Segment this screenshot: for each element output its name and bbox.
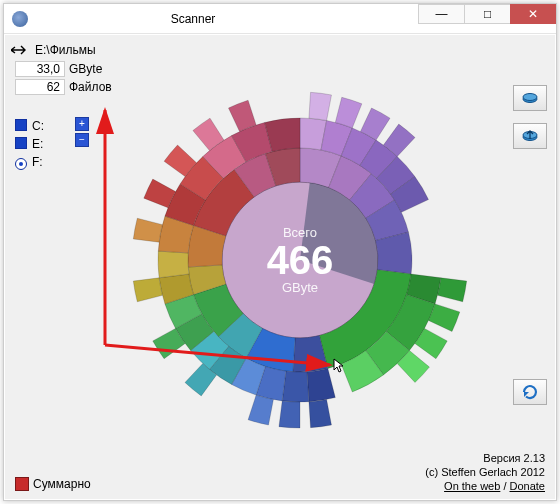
legend: Суммарно bbox=[15, 477, 91, 491]
refresh-button[interactable] bbox=[513, 379, 547, 405]
link-web[interactable]: On the web bbox=[444, 480, 500, 492]
add-drive-button[interactable]: + bbox=[75, 117, 89, 131]
footer-credits: Версия 2.13 (c) Steffen Gerlach 2012 On … bbox=[425, 451, 545, 493]
drive-label: E: bbox=[32, 137, 43, 151]
drive-label: F: bbox=[32, 155, 43, 169]
footer-links: On the web / Donate bbox=[425, 479, 545, 493]
size-unit: GByte bbox=[69, 61, 102, 77]
path-arrow-icon bbox=[11, 43, 31, 57]
legend-swatch bbox=[15, 477, 29, 491]
svg-point-1 bbox=[523, 94, 537, 101]
window-title: Scanner bbox=[0, 12, 418, 26]
remove-drive-button[interactable]: − bbox=[75, 133, 89, 147]
drive-square-icon bbox=[15, 119, 29, 133]
rescan-button[interactable] bbox=[513, 85, 547, 111]
files-unit: Файлов bbox=[69, 79, 112, 95]
drive-item-f[interactable]: F: bbox=[15, 153, 85, 171]
legend-label: Суммарно bbox=[33, 477, 91, 491]
link-donate[interactable]: Donate bbox=[510, 480, 545, 492]
toolbar-right-top bbox=[513, 85, 547, 149]
title-bar: Scanner — □ ✕ bbox=[4, 4, 556, 34]
copyright-label: (c) Steffen Gerlach 2012 bbox=[425, 465, 545, 479]
drive-edit-buttons: + − bbox=[75, 117, 89, 147]
window-buttons: — □ ✕ bbox=[418, 4, 556, 24]
minimize-button[interactable]: — bbox=[418, 4, 464, 24]
path-row: E:\Фильмы bbox=[11, 41, 549, 59]
files-value: 62 bbox=[15, 79, 65, 95]
size-value: 33,0 bbox=[15, 61, 65, 77]
drive-disc-icon bbox=[15, 155, 29, 169]
parent-button[interactable] bbox=[513, 123, 547, 149]
client-area: E:\Фильмы 33,0 GByte 62 Файлов C: E: F: … bbox=[5, 35, 555, 499]
maximize-button[interactable]: □ bbox=[464, 4, 510, 24]
sunburst-chart[interactable]: Всего 466 GByte bbox=[115, 75, 485, 445]
drive-label: C: bbox=[32, 119, 44, 133]
close-button[interactable]: ✕ bbox=[510, 4, 556, 24]
version-label: Версия 2.13 bbox=[425, 451, 545, 465]
drive-square-icon bbox=[15, 137, 29, 151]
path-text[interactable]: E:\Фильмы bbox=[35, 43, 96, 57]
toolbar-right-bottom bbox=[513, 379, 547, 443]
